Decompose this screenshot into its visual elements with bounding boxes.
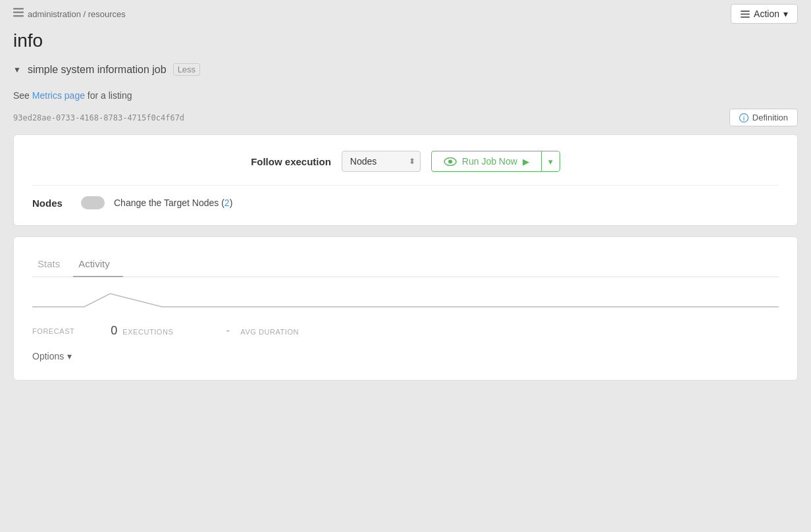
run-job-label: Run Job Now (462, 156, 517, 167)
options-button[interactable]: Options ▾ (32, 348, 72, 364)
action-icon (741, 11, 750, 18)
options-chevron-icon: ▾ (67, 351, 72, 361)
nodes-select[interactable]: Nodes Output Both (342, 151, 421, 172)
execution-card: Follow execution Nodes Output Both Run J… (13, 134, 798, 226)
nodes-toggle[interactable] (81, 196, 105, 209)
forecast-label: FORECAST (32, 327, 74, 335)
forecast-block: FORECAST (32, 327, 74, 335)
job-name: simple system information job (28, 64, 167, 76)
avg-duration-label: AVG DURATION (240, 328, 299, 336)
page-title-area: info (0, 28, 811, 58)
metrics-separator-1 (74, 324, 111, 338)
list-icon (13, 8, 24, 20)
change-target-text: Change the Target Nodes (2) (114, 198, 232, 208)
svg-text:i: i (743, 115, 745, 122)
svg-point-9 (448, 159, 452, 163)
chevron-down-icon[interactable]: ▼ (13, 65, 21, 74)
nodes-select-wrapper: Nodes Output Both (342, 151, 421, 172)
stats-chart (32, 284, 779, 310)
metrics-page-link[interactable]: Metrics page (32, 90, 85, 101)
nodes-count-link[interactable]: 2 (224, 198, 230, 208)
follow-execution-label: Follow execution (251, 156, 331, 167)
execution-row: Follow execution Nodes Output Both Run J… (32, 151, 779, 172)
stats-area (32, 277, 779, 317)
change-target-prefix: Change the Target Nodes ( (114, 198, 224, 208)
page-title: info (13, 30, 798, 51)
description-suffix: for a listing (85, 90, 132, 101)
card-divider (32, 185, 779, 186)
svg-rect-1 (13, 12, 24, 14)
action-button[interactable]: Action ▾ (731, 4, 798, 24)
svg-rect-2 (13, 15, 24, 17)
top-bar: administration / resources Action ▾ (0, 0, 811, 28)
avg-duration-block: - AVG DURATION (226, 324, 299, 338)
stats-card: Stats Activity FORECAST 0 EXECUTIONS - A… (13, 236, 798, 381)
svg-rect-4 (741, 13, 750, 14)
description-prefix: See (13, 90, 32, 101)
eye-icon (444, 157, 457, 166)
avg-duration-dash: - (226, 324, 230, 338)
job-uuid: 93ed28ae-0733-4168-8783-4715f0c4f67d (13, 113, 184, 122)
metrics-separator-2 (173, 324, 226, 338)
executions-count: 0 (111, 324, 117, 338)
run-play-icon: ▶ (523, 157, 529, 167)
definition-button[interactable]: i Definition (729, 109, 798, 126)
nodes-row: Nodes Change the Target Nodes (2) (32, 196, 779, 209)
breadcrumb: administration / resources (13, 8, 126, 20)
change-target-suffix: ) (230, 198, 233, 208)
job-section: ▼ simple system information job Less (0, 58, 811, 85)
tab-activity[interactable]: Activity (73, 253, 123, 277)
job-description: See Metrics page for a listing (0, 85, 811, 103)
run-job-dropdown-icon: ▾ (548, 157, 553, 167)
nodes-section-label: Nodes (32, 198, 72, 209)
run-job-dropdown-button[interactable]: ▾ (541, 151, 560, 172)
options-row: Options ▾ (32, 343, 779, 364)
breadcrumb-text: administration / resources (28, 9, 126, 19)
info-icon: i (739, 113, 748, 122)
metrics-row: FORECAST 0 EXECUTIONS - AVG DURATION (32, 317, 779, 343)
run-job-group: Run Job Now ▶ ▾ (431, 151, 560, 172)
action-chevron-icon: ▾ (783, 9, 788, 19)
tabs-row: Stats Activity (32, 253, 779, 277)
executions-label: EXECUTIONS (122, 328, 173, 336)
svg-rect-5 (741, 16, 750, 18)
less-link[interactable]: Less (173, 63, 200, 76)
executions-block: 0 EXECUTIONS (111, 324, 173, 338)
svg-rect-0 (13, 8, 24, 10)
job-header: ▼ simple system information job Less (13, 63, 798, 76)
svg-rect-3 (741, 11, 750, 12)
job-uuid-bar: 93ed28ae-0733-4168-8783-4715f0c4f67d i D… (0, 103, 811, 134)
tab-stats[interactable]: Stats (32, 253, 73, 277)
run-job-button[interactable]: Run Job Now ▶ (431, 151, 541, 172)
